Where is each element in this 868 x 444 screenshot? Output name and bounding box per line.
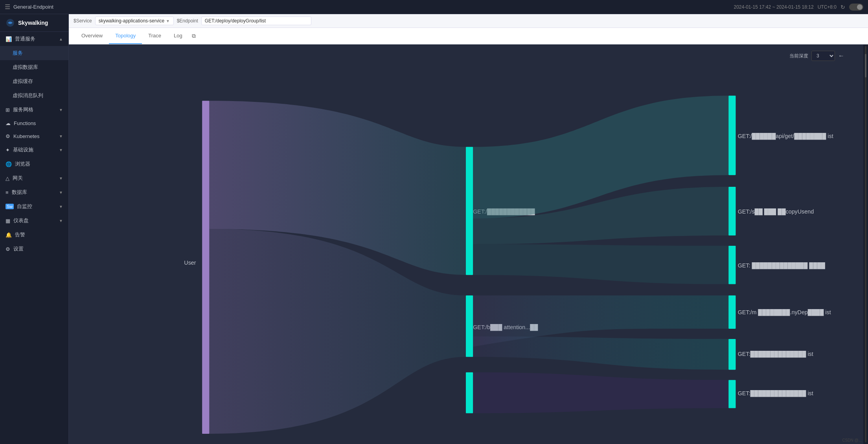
node-right3[interactable]	[728, 246, 736, 284]
node-right2-label: GET:/s██ ███ ██copyUsend	[738, 208, 814, 216]
general-service-label: 普通服务	[15, 35, 35, 42]
node-right4[interactable]	[728, 295, 736, 329]
depth-control: 当前深度 3 1 2 4 5 ←	[789, 51, 844, 61]
service-label: 服务	[13, 50, 23, 57]
database-label: 数据库	[12, 189, 27, 196]
sidebar-item-browser[interactable]: 🌐 浏览器	[0, 157, 68, 171]
service-select[interactable]: skywalking-applications-service ▼	[95, 17, 174, 25]
chevron-down-icon-k8s: ▼	[59, 134, 63, 138]
menu-icon[interactable]: ☰	[5, 3, 10, 11]
scroll-track	[865, 46, 866, 442]
browser-label: 浏览器	[15, 160, 30, 168]
sidebar-item-service-mesh[interactable]: ⊞ 服务网格 ▼	[0, 103, 68, 117]
watermark: CSDN @...	[842, 438, 862, 442]
functions-label: Functions	[14, 120, 36, 126]
node-mid3[interactable]	[466, 372, 473, 413]
scrollbar[interactable]	[863, 44, 868, 444]
timezone-label: UTC+8:0	[818, 4, 837, 10]
virtual-db-label: 虚拟数据库	[13, 64, 38, 71]
datetime-range: 2024-01-15 17:42 ~ 2024-01-15 18:12	[734, 4, 813, 10]
virtual-cache-label: 虚拟缓存	[13, 78, 33, 85]
virtual-mq-label: 虚拟消息队列	[13, 92, 43, 99]
chevron-down-icon-sm: ▼	[59, 204, 63, 209]
cloud-icon: ☁	[6, 120, 11, 126]
k8s-icon: ⚙	[6, 133, 10, 139]
sankey-diagram: User GET:/████████████ GET:/b███ attenti…	[69, 44, 868, 444]
refresh-icon[interactable]: ↻	[840, 4, 845, 10]
main-layout: Skywalking 📊 普通服务 ▲ 服务 虚拟数据库 虚拟缓存 虚拟消息队列…	[0, 14, 868, 444]
chevron-up-icon: ▲	[59, 37, 63, 41]
back-arrow-icon[interactable]: ←	[838, 52, 844, 59]
node-right5[interactable]	[728, 339, 736, 370]
sidebar-item-database[interactable]: ≡ 数据库 ▼	[0, 185, 68, 199]
flow-mid3-to-right6	[473, 372, 728, 413]
page-title: General-Endpoint	[13, 4, 53, 10]
chevron-down-icon-infra: ▼	[59, 148, 63, 152]
skywalking-logo-icon	[6, 18, 15, 28]
bell-icon: 🔔	[6, 232, 12, 238]
tab-topology[interactable]: Topology	[109, 28, 142, 44]
tab-overview[interactable]: Overview	[75, 28, 109, 44]
chevron-down-icon-dash: ▼	[59, 219, 63, 223]
depth-label: 当前深度	[789, 53, 808, 59]
flow-mid1-to-right3	[473, 244, 728, 284]
copy-icon[interactable]: ⧉	[189, 29, 199, 43]
sankey-svg: User GET:/████████████ GET:/b███ attenti…	[69, 44, 868, 444]
sidebar-item-settings[interactable]: ⚙ 设置	[0, 242, 68, 256]
sidebar-item-virtual-cache[interactable]: 虚拟缓存	[0, 74, 68, 88]
database-icon: ≡	[6, 190, 9, 195]
node-user-label: User	[184, 260, 196, 266]
tab-trace[interactable]: Trace	[142, 28, 167, 44]
gateway-label: 网关	[13, 175, 23, 182]
node-right3-label: GET: ██████████████ ████	[738, 262, 826, 269]
theme-toggle[interactable]	[849, 4, 863, 11]
sidebar: Skywalking 📊 普通服务 ▲ 服务 虚拟数据库 虚拟缓存 虚拟消息队列…	[0, 14, 69, 444]
globe-icon: 🌐	[6, 161, 12, 167]
service-mesh-label: 服务网格	[13, 106, 33, 113]
endpoint-filter-label: $Endpoint	[177, 18, 198, 24]
sidebar-item-alert[interactable]: 🔔 告警	[0, 228, 68, 242]
node-user[interactable]	[202, 101, 209, 434]
node-right6-label: GET:██████████████ ist	[738, 390, 813, 397]
dashboard-label: 仪表盘	[13, 217, 29, 224]
sidebar-item-service[interactable]: 服务	[0, 46, 68, 60]
scroll-thumb	[865, 54, 866, 77]
sidebar-item-virtual-mq[interactable]: 虚拟消息队列	[0, 88, 68, 103]
node-right4-label: GET:/m ████████.nyDep████ ist	[738, 309, 831, 316]
gateway-icon: △	[6, 175, 9, 181]
sidebar-item-gateway[interactable]: △ 网关 ▼	[0, 171, 68, 185]
node-right1[interactable]	[728, 96, 736, 175]
infrastructure-label: 基础设施	[13, 146, 33, 153]
tab-log[interactable]: Log	[167, 28, 189, 44]
self-monitor-label: 自监控	[17, 203, 32, 210]
sw-icon: Sw	[6, 204, 14, 209]
layers-icon: ⊞	[6, 107, 10, 113]
dashboard-icon: ▦	[6, 218, 10, 224]
node-right6[interactable]	[728, 380, 736, 408]
node-right2[interactable]	[728, 187, 736, 236]
chevron-down-icon: ▼	[59, 108, 63, 112]
flow-mid2-to-right5	[473, 336, 728, 370]
service-select-value: skywalking-applications-service	[99, 18, 164, 24]
sidebar-item-virtual-db[interactable]: 虚拟数据库	[0, 60, 68, 74]
sidebar-item-functions[interactable]: ☁ Functions	[0, 117, 68, 130]
tab-bar: Overview Topology Trace Log ⧉	[69, 28, 868, 44]
top-bar-left: ☰ General-Endpoint	[5, 3, 53, 11]
alert-label: 告警	[15, 231, 25, 238]
sidebar-item-general-service[interactable]: 📊 普通服务 ▲	[0, 32, 68, 46]
sidebar-item-dashboard[interactable]: ▦ 仪表盘 ▼	[0, 214, 68, 228]
chevron-down-icon-db: ▼	[59, 190, 63, 195]
infra-icon: ✦	[6, 147, 10, 153]
sidebar-item-infrastructure[interactable]: ✦ 基础设施 ▼	[0, 143, 68, 157]
sidebar-item-kubernetes[interactable]: ⚙ Kubernetes ▼	[0, 130, 68, 143]
top-bar: ☰ General-Endpoint 2024-01-15 17:42 ~ 20…	[0, 0, 868, 14]
node-mid2[interactable]	[466, 295, 473, 357]
content-area: Overview Topology Trace Log ⧉	[69, 28, 868, 444]
chevron-down-icon-service: ▼	[166, 19, 170, 23]
endpoint-input[interactable]	[201, 17, 311, 25]
chart-area: 当前深度 3 1 2 4 5 ←	[69, 44, 868, 444]
node-right1-label: GET:/██████api/get/████████ ist	[738, 133, 833, 140]
sidebar-item-self-monitor[interactable]: Sw 自监控 ▼	[0, 199, 68, 214]
node-mid1[interactable]	[466, 147, 473, 275]
depth-select[interactable]: 3 1 2 4 5	[811, 51, 835, 61]
